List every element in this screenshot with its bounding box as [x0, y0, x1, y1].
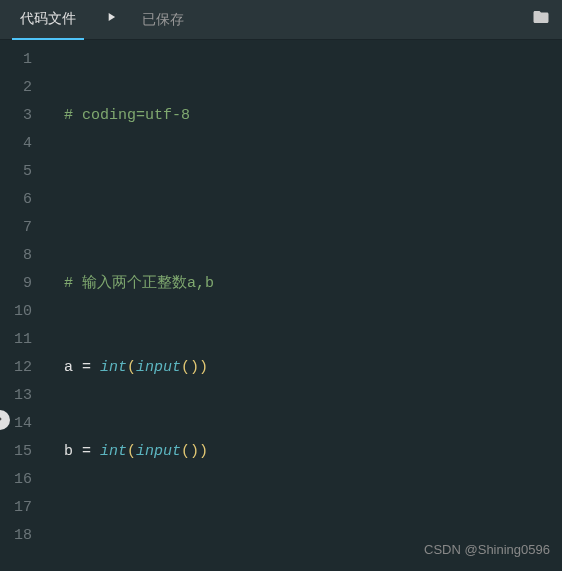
comment-text: # coding=utf-8: [64, 107, 190, 124]
saved-status: 已保存: [142, 11, 184, 29]
code-area[interactable]: # coding=utf-8 # 输入两个正整数a,b a = int(inpu…: [46, 40, 562, 571]
line-number: 13: [0, 382, 32, 410]
line-number: 11: [0, 326, 32, 354]
code-line: # 输入两个正整数a,b: [64, 270, 562, 298]
line-number: 18: [0, 522, 32, 550]
file-tab[interactable]: 代码文件: [12, 0, 84, 40]
code-line: [64, 186, 562, 214]
file-tab-label: 代码文件: [20, 10, 76, 28]
watermark: CSDN @Shining0596: [424, 542, 550, 557]
line-number: 16: [0, 466, 32, 494]
line-number: 8: [0, 242, 32, 270]
line-number: 2: [0, 74, 32, 102]
code-line: a = int(input()): [64, 354, 562, 382]
line-number: 1: [0, 46, 32, 74]
line-number: 9: [0, 270, 32, 298]
line-number: 4: [0, 130, 32, 158]
code-line: b = int(input()): [64, 438, 562, 466]
comment-text: # 输入两个正整数a,b: [64, 275, 214, 292]
run-button[interactable]: [104, 10, 118, 29]
line-number: 17: [0, 494, 32, 522]
line-number: 6: [0, 186, 32, 214]
line-number: 15: [0, 438, 32, 466]
line-number: 12: [0, 354, 32, 382]
code-editor[interactable]: 1 2 3 4 5 6 7 8 9 10 11 12 13 14 15 16 1…: [0, 40, 562, 571]
line-number-gutter: 1 2 3 4 5 6 7 8 9 10 11 12 13 14 15 16 1…: [0, 40, 46, 571]
editor-header: 代码文件 已保存: [0, 0, 562, 40]
chevron-right-icon: [0, 411, 5, 429]
folder-button[interactable]: [532, 8, 550, 31]
code-line: # coding=utf-8: [64, 102, 562, 130]
play-icon: [104, 10, 118, 29]
line-number: 10: [0, 298, 32, 326]
line-number: 3: [0, 102, 32, 130]
folder-icon: [532, 8, 550, 31]
line-number: 5: [0, 158, 32, 186]
line-number: 7: [0, 214, 32, 242]
